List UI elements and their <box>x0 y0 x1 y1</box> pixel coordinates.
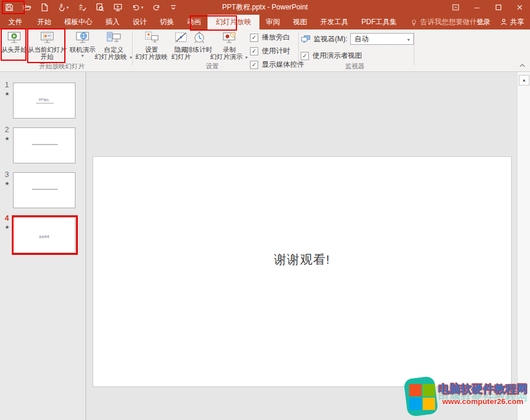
tab-home[interactable]: 开始 <box>31 15 58 29</box>
undo-button[interactable]: ▾ <box>131 4 144 12</box>
button-label: 幻灯片演示 ▼ <box>210 53 249 61</box>
slide-3-thumbnail[interactable] <box>13 172 75 208</box>
button-label: 排练计时 <box>186 46 212 53</box>
button-label: 幻灯片放映 ▼ <box>95 53 133 61</box>
checkbox-checked-icon: ✓ <box>250 34 258 42</box>
ribbon: 从头开始 从当前幻灯片 开始 联机演示 ▼ <box>0 29 530 72</box>
touch-mode-button[interactable]: ▾ <box>57 3 69 12</box>
tab-slide-show[interactable]: 幻灯片放映 <box>208 15 259 29</box>
titlebar: ▾ ▾ <box>0 0 530 15</box>
new-file-button[interactable] <box>41 3 48 12</box>
tab-template-center[interactable]: 模板中心 <box>58 15 99 29</box>
window-controls: ─ <box>445 0 530 15</box>
button-label: 从头开始 <box>1 46 27 53</box>
redo-icon <box>152 4 161 12</box>
slide-4-thumbnail[interactable]: 谢谢观看 <box>13 217 75 253</box>
slide-2-thumbnail[interactable] <box>13 127 75 163</box>
minimize-button[interactable]: ─ <box>466 0 488 15</box>
dropdown-arrow-icon: ▼ <box>406 38 410 42</box>
checkbox-label: 使用演示者视图 <box>312 51 362 61</box>
monitor-icon <box>301 35 311 44</box>
touch-mode-icon <box>57 3 65 12</box>
checkbox-checked-icon: ✓ <box>250 61 258 69</box>
set-up-slide-show-button[interactable]: 设置 幻灯片放映 <box>134 30 169 60</box>
open-button[interactable] <box>22 3 32 12</box>
spelling-button[interactable] <box>78 3 87 12</box>
checkbox-checked-icon: ✓ <box>250 47 258 55</box>
thumbnail-title-text: PPT教程 <box>39 99 50 102</box>
print-preview-button[interactable] <box>96 3 104 12</box>
dropdown-arrow-icon: ▾ <box>141 5 144 9</box>
more-commands-icon <box>170 4 177 11</box>
button-label: 幻灯片放映 <box>136 53 168 60</box>
from-current-slide-button[interactable]: 从当前幻灯片 开始 <box>27 30 67 60</box>
new-file-icon <box>41 3 48 12</box>
button-label: 自定义 <box>104 46 124 53</box>
undo-icon <box>131 4 140 12</box>
group-separator <box>298 32 299 65</box>
close-button[interactable] <box>509 0 530 15</box>
save-icon <box>5 3 14 12</box>
tab-animations[interactable]: 动画 <box>180 15 208 29</box>
slide-canvas[interactable]: 谢谢观看! <box>93 156 512 387</box>
repeat-button[interactable] <box>152 4 161 12</box>
group-label-start-slide-show: 开始放映幻灯片 <box>18 62 106 71</box>
tab-developer[interactable]: 开发工具 <box>314 15 355 29</box>
record-slide-show-icon <box>221 30 238 46</box>
thumbnail-text-line <box>32 189 58 190</box>
custom-slide-show-button[interactable]: 自定义 幻灯片放映 ▼ <box>97 30 131 61</box>
animation-star-icon: ★ <box>5 181 9 186</box>
thumbnail-text: 谢谢观看 <box>39 235 50 239</box>
quick-access-toolbar: ▾ ▾ <box>5 0 177 15</box>
powerpoint-window: ▾ ▾ <box>0 0 530 420</box>
record-slide-show-button[interactable]: 录制 幻灯片演示 ▼ <box>211 30 248 61</box>
animation-star-icon: ★ <box>5 91 9 97</box>
custom-slide-show-icon <box>106 30 122 46</box>
collapse-ribbon-button[interactable] <box>519 59 525 70</box>
use-timings-checkbox[interactable]: ✓ 使用计时 <box>250 46 304 56</box>
person-icon <box>500 18 508 26</box>
ribbon-display-options-button[interactable] <box>445 0 466 15</box>
dropdown-arrow-icon: ▼ <box>81 53 85 59</box>
dropdown-arrow-icon: ▾ <box>67 5 69 9</box>
use-presenter-view-checkbox[interactable]: ✓ 使用演示者视图 <box>301 51 362 61</box>
slide-1-thumbnail[interactable]: PPT教程 <box>13 83 75 119</box>
tab-insert[interactable]: 插入 <box>99 15 126 29</box>
rehearse-timings-button[interactable]: 排练计时 <box>184 30 215 53</box>
group-label-set-up: 设置 <box>174 62 251 71</box>
animation-star-icon: ★ <box>5 136 9 142</box>
group-separator <box>132 32 133 65</box>
tab-pdf-tools[interactable]: PDF工具集 <box>355 15 403 29</box>
setup-checkboxes: ✓ 播放旁白 ✓ 使用计时 ✓ 显示媒体控件 <box>250 32 304 70</box>
slide-text[interactable]: 谢谢观看! <box>93 251 511 268</box>
checkbox-label: 使用计时 <box>262 46 290 56</box>
dropdown-arrow-icon: ▼ <box>245 55 249 60</box>
show-media-controls-checkbox[interactable]: ✓ 显示媒体控件 <box>250 60 304 70</box>
customize-qat-button[interactable] <box>170 4 177 11</box>
from-current-slide-icon <box>39 30 55 46</box>
scroll-up-button[interactable]: ▲ <box>519 75 529 86</box>
maximize-button[interactable] <box>488 0 509 15</box>
thumbnail-subtitle-line <box>36 103 54 104</box>
set-up-slide-show-icon <box>143 30 160 46</box>
tab-view[interactable]: 视图 <box>287 15 314 29</box>
tab-transitions[interactable]: 切换 <box>153 15 180 29</box>
ribbon-tab-bar: 文件 开始 模板中心 插入 设计 切换 动画 幻灯片放映 审阅 视图 开发工具 … <box>0 15 530 29</box>
slideshow-button[interactable] <box>113 3 123 12</box>
sign-in-link[interactable]: 登录 <box>476 17 491 27</box>
tab-review[interactable]: 审阅 <box>259 15 287 29</box>
tab-file[interactable]: 文件 <box>0 15 31 29</box>
maximize-icon <box>495 4 502 11</box>
slideshow-icon <box>113 3 123 12</box>
tab-design[interactable]: 设计 <box>126 15 153 29</box>
button-label: 幻灯片 <box>172 53 191 60</box>
share-button[interactable]: 共享 <box>500 17 524 27</box>
monitor-dropdown[interactable]: 自动 ▼ <box>350 33 414 45</box>
rehearse-timings-icon <box>191 30 208 46</box>
from-beginning-button[interactable]: 从头开始 <box>1 30 27 53</box>
vertical-scrollbar[interactable]: ▲ <box>517 72 530 420</box>
play-narrations-checkbox[interactable]: ✓ 播放旁白 <box>250 32 304 42</box>
save-button[interactable] <box>5 3 14 12</box>
present-online-button[interactable]: 联机演示 ▼ <box>67 30 98 59</box>
open-folder-icon <box>22 3 32 12</box>
